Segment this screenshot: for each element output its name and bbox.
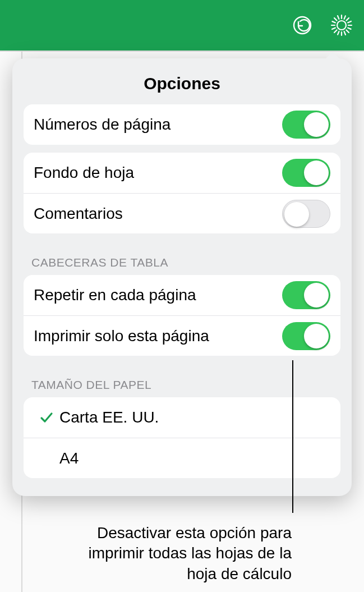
group-general-2: Fondo de hoja Comentarios: [24, 153, 340, 233]
label-paper-a4: A4: [59, 449, 79, 467]
label-comments: Comentarios: [34, 205, 123, 223]
row-comments: Comentarios: [24, 193, 340, 233]
section-header-paper-size: TAMAÑO DEL PAPEL: [12, 364, 352, 397]
toggle-comments[interactable]: [282, 200, 330, 228]
svg-line-14: [337, 16, 340, 19]
options-popover: Opciones Números de página Fondo de hoja…: [12, 58, 352, 496]
svg-line-7: [347, 30, 349, 33]
toggle-repeat-headers[interactable]: [282, 281, 330, 309]
popover-arrow: [325, 52, 340, 59]
svg-line-16: [332, 27, 335, 30]
svg-point-1: [337, 21, 346, 30]
gear-icon[interactable]: [329, 13, 354, 38]
label-page-numbers: Números de página: [34, 116, 171, 134]
popover-title: Opciones: [12, 58, 352, 104]
svg-line-11: [338, 31, 339, 35]
undo-icon[interactable]: [291, 14, 314, 36]
group-table-headers: Repetir en cada página Imprimir solo est…: [24, 275, 340, 356]
svg-line-12: [332, 21, 335, 22]
label-paper-us-letter: Carta EE. UU.: [59, 409, 159, 426]
group-general-1: Números de página: [24, 104, 340, 145]
svg-line-9: [347, 18, 349, 21]
svg-line-17: [348, 20, 351, 24]
label-repeat-headers: Repetir en cada página: [34, 286, 196, 304]
svg-line-13: [348, 28, 351, 29]
toggle-print-this-sheet-only[interactable]: [282, 322, 330, 350]
row-repeat-headers: Repetir en cada página: [24, 275, 340, 315]
label-sheet-background: Fondo de hoja: [34, 164, 134, 182]
app-toolbar: [0, 0, 364, 51]
toggle-sheet-background[interactable]: [282, 159, 330, 187]
row-page-numbers: Números de página: [24, 104, 340, 145]
label-print-this-sheet-only: Imprimir solo esta página: [34, 327, 209, 345]
svg-line-6: [334, 18, 337, 21]
callout-text: Desactivar esta opción para imprimir tod…: [67, 523, 292, 584]
section-header-table-headers: CABECERAS DE TABLA: [12, 241, 352, 275]
svg-line-15: [343, 31, 347, 35]
checkmark-icon: [39, 410, 54, 425]
toggle-page-numbers[interactable]: [282, 111, 330, 139]
row-print-this-sheet-only: Imprimir solo esta página: [24, 315, 340, 356]
row-sheet-background: Fondo de hoja: [24, 153, 340, 193]
svg-line-10: [344, 16, 345, 19]
svg-line-8: [334, 30, 337, 33]
callout-line: [292, 360, 293, 513]
